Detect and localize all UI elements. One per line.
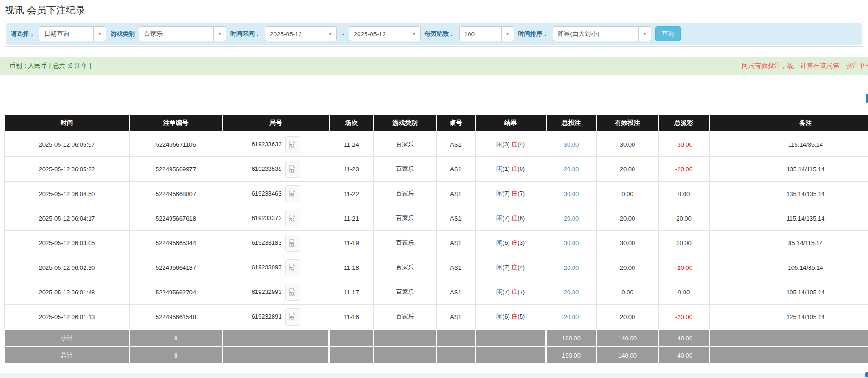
- grand-total-label: 总计: [5, 347, 130, 364]
- result-banker-score: (4): [517, 141, 525, 148]
- cutoff-export-button[interactable]: [866, 94, 868, 103]
- cell-bet-number: 522495665344: [130, 231, 222, 255]
- video-replay-button[interactable]: [285, 284, 300, 301]
- total-bet-link[interactable]: 20.00: [564, 215, 579, 222]
- cell-game-type: 百家乐: [374, 231, 437, 255]
- subtotal-empty: [374, 330, 437, 347]
- date-to-value: 2025-05-12: [349, 27, 408, 41]
- cell-total-payout: -30.00: [659, 132, 710, 157]
- result-player-score: (7): [503, 215, 510, 222]
- result-player-score: (1): [503, 165, 510, 172]
- date-from-input[interactable]: 2025-05-12 ▼: [265, 26, 337, 41]
- result-banker: 庄: [511, 165, 517, 172]
- cell-bet-number: 522495667618: [130, 206, 222, 231]
- cell-round-number: 619232891: [222, 305, 329, 330]
- table-row: 2025-05-12 06:02:30 522495664137 6192330…: [5, 255, 868, 280]
- table-header: 时间 注单编号 局号 场次 游戏类别 桌号 结果 总投注 有效投注 总派彩 备注: [5, 114, 868, 132]
- cell-session: 11-22: [329, 182, 374, 206]
- cell-table-number: AS1: [437, 305, 476, 330]
- cell-result: 闲(7) 庄(4): [476, 255, 546, 280]
- cell-table-number: AS1: [437, 132, 476, 157]
- table-row: 2025-05-12 06:04:17 522495667618 6192333…: [5, 206, 868, 231]
- cell-table-number: AS1: [437, 280, 476, 305]
- cell-session: 11-23: [329, 157, 374, 182]
- video-replay-button[interactable]: [285, 210, 300, 227]
- result-banker-score: (0): [517, 165, 525, 172]
- chevron-down-icon: ▼: [501, 27, 514, 41]
- result-player: 闲: [496, 165, 503, 172]
- cell-game-type: 百家乐: [374, 206, 437, 231]
- video-replay-button[interactable]: [285, 308, 300, 326]
- cell-round-number: 619232993: [222, 280, 329, 305]
- cell-valid-bet: 0.00: [597, 280, 659, 305]
- cell-session: 11-21: [329, 206, 374, 231]
- cell-session: 11-18: [329, 255, 374, 280]
- cell-total-payout: -20.00: [659, 305, 710, 330]
- result-banker: 庄: [511, 264, 517, 271]
- select-type-label: 请选择：: [11, 30, 35, 38]
- page-title: 视讯 会员下注纪录: [5, 4, 868, 17]
- cell-remark: 115.14/85.14: [710, 132, 868, 157]
- game-type-value: 百家乐: [139, 27, 213, 41]
- cell-result: 闲(6) 庄(3): [476, 231, 546, 255]
- cell-game-type: 百家乐: [374, 305, 437, 330]
- round-number: 619233463: [251, 189, 281, 196]
- sort-select[interactable]: 降幂(由大到小) ▼: [553, 26, 651, 41]
- result-banker-score: (7): [517, 190, 525, 197]
- col-remark: 备注: [710, 114, 868, 132]
- total-bet-link[interactable]: 20.00: [564, 289, 579, 296]
- valid-bet-notice: 同局有效投注，统一计算在该局第一张注单中: [742, 62, 868, 70]
- subtotal-remark: [710, 330, 868, 347]
- total-bet-link[interactable]: 20.00: [564, 264, 579, 271]
- cutoff-bottom-button[interactable]: [865, 372, 868, 377]
- col-result: 结果: [476, 114, 546, 132]
- result-player: 闲: [496, 190, 503, 197]
- game-type-select[interactable]: 百家乐 ▼: [139, 26, 226, 41]
- total-bet-link[interactable]: 30.00: [564, 190, 579, 197]
- video-replay-button[interactable]: [285, 136, 300, 153]
- cell-result: 闲(1) 庄(0): [476, 157, 546, 182]
- round-number: 619233538: [251, 165, 281, 172]
- cell-table-number: AS1: [437, 182, 476, 206]
- result-banker: 庄: [511, 288, 517, 295]
- video-replay-button[interactable]: [285, 259, 300, 276]
- cell-round-number: 619233633: [222, 132, 329, 157]
- subtotal-payout: -40.00: [659, 330, 710, 347]
- film-clip-icon: [289, 189, 296, 198]
- round-number: 619232993: [251, 288, 281, 295]
- date-to-input[interactable]: 2025-05-12 ▼: [349, 26, 421, 41]
- total-bet-link[interactable]: 20.00: [564, 166, 579, 173]
- total-bet-link[interactable]: 30.00: [564, 141, 579, 148]
- video-replay-button[interactable]: [285, 185, 300, 202]
- cell-valid-bet: 30.00: [597, 231, 659, 255]
- grand-total-row: 总计 8 190.00 140.00 -40.00: [5, 347, 868, 364]
- query-button[interactable]: 查询: [655, 26, 681, 41]
- video-replay-button[interactable]: [285, 235, 300, 252]
- total-bet-link[interactable]: 30.00: [564, 240, 579, 247]
- total-bet-link[interactable]: 20.00: [564, 313, 579, 320]
- round-number: 619233633: [251, 140, 281, 147]
- cell-total-payout: -20.00: [659, 157, 710, 182]
- subtotal-valid-bet: 140.00: [597, 330, 659, 347]
- cell-time: 2025-05-12 06:01:48: [5, 280, 130, 305]
- query-type-value: 日期查询: [39, 27, 93, 41]
- cell-result: 闲(6) 庄(5): [476, 305, 546, 330]
- bet-records-table: 时间 注单编号 局号 场次 游戏类别 桌号 结果 总投注 有效投注 总派彩 备注…: [4, 114, 868, 365]
- result-banker: 庄: [511, 313, 517, 320]
- video-replay-button[interactable]: [285, 161, 300, 178]
- filter-panel: 请选择： 日期查询 ▼ 游戏类别 百家乐 ▼ 时间区间： 2025-05-12 …: [4, 21, 864, 47]
- table-row: 2025-05-12 06:03:05 522495665344 6192331…: [5, 231, 868, 255]
- round-number: 619233097: [251, 263, 281, 270]
- result-player: 闲: [496, 264, 503, 271]
- cell-total-bet: 20.00: [546, 157, 597, 182]
- chevron-down-icon: ▼: [408, 27, 420, 41]
- page-size-select[interactable]: 100 ▼: [459, 26, 514, 41]
- cell-result: 闲(7) 庄(7): [476, 280, 546, 305]
- cell-total-payout: 30.00: [659, 231, 710, 255]
- cell-valid-bet: 20.00: [597, 255, 659, 280]
- cell-game-type: 百家乐: [374, 182, 437, 206]
- cell-bet-number: 522495662704: [130, 280, 222, 305]
- col-total-bet: 总投注: [546, 114, 597, 132]
- cell-valid-bet: 20.00: [597, 305, 659, 330]
- query-type-select[interactable]: 日期查询 ▼: [39, 26, 106, 41]
